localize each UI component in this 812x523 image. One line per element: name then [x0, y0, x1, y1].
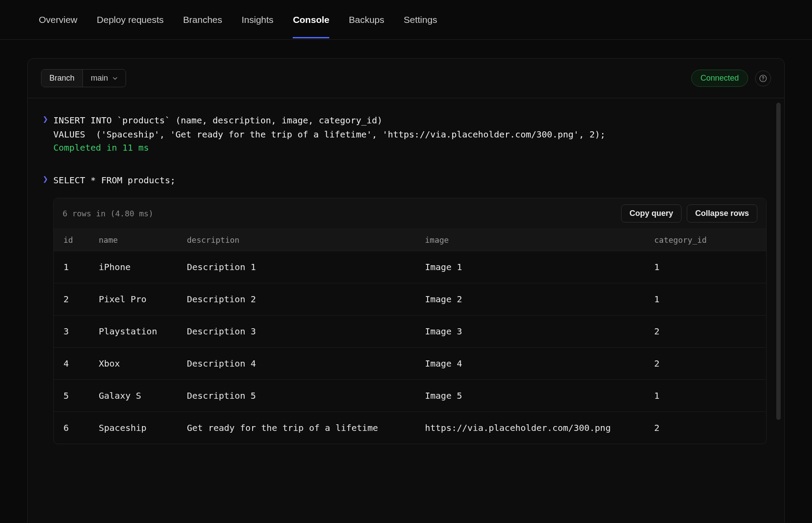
cell-category_id: 1 [654, 294, 734, 304]
query-status: Completed in 11 ms [53, 142, 769, 153]
table-row[interactable]: 4XboxDescription 4Image 42 [54, 347, 766, 379]
cell-image: Image 3 [425, 326, 654, 337]
prompt-caret-icon: ❯ [43, 113, 48, 125]
query-sql[interactable]: SELECT * FROM products; [53, 173, 175, 187]
table-row[interactable]: 6SpaceshipGet ready for the trip of a li… [54, 412, 766, 444]
cell-description: Description 2 [187, 294, 425, 304]
col-name: name [99, 235, 187, 245]
col-category-id: category_id [654, 235, 734, 245]
table-body: 1iPhoneDescription 1Image 112Pixel ProDe… [54, 251, 766, 444]
branch-picker-select[interactable]: main [83, 70, 126, 87]
cell-id: 4 [63, 358, 99, 369]
svg-point-1 [763, 80, 764, 81]
tab-settings[interactable]: Settings [404, 1, 437, 38]
rows-info: 6 rows in (4.80 ms) [63, 209, 153, 218]
tab-branches[interactable]: Branches [183, 1, 222, 38]
copy-query-button[interactable]: Copy query [621, 204, 682, 223]
col-image: image [425, 235, 654, 245]
cell-image: Image 1 [425, 262, 654, 272]
cell-category_id: 2 [654, 358, 734, 369]
panel-header: Branch main Connected [28, 59, 784, 98]
query-sql[interactable]: INSERT INTO `products` (name, descriptio… [53, 113, 605, 141]
tab-backups[interactable]: Backups [349, 1, 384, 38]
cell-category_id: 1 [654, 262, 734, 272]
cell-id: 5 [63, 390, 99, 401]
connection-status: Connected [691, 70, 748, 87]
collapse-rows-button[interactable]: Collapse rows [687, 204, 757, 223]
cell-image: Image 4 [425, 358, 654, 369]
cell-name: Playstation [99, 326, 187, 337]
cell-description: Get ready for the trip of a lifetime [187, 423, 425, 433]
query-block: ❯ SELECT * FROM products; 6 rows in (4.8… [43, 173, 769, 444]
prompt-caret-icon: ❯ [43, 173, 48, 185]
branch-picker-label: Branch [41, 70, 83, 87]
cell-image: Image 5 [425, 390, 654, 401]
col-id: id [63, 235, 99, 245]
col-description: description [187, 235, 425, 245]
chevron-down-icon [112, 76, 118, 81]
cell-name: Pixel Pro [99, 294, 187, 304]
cell-id: 1 [63, 262, 99, 272]
cell-description: Description 5 [187, 390, 425, 401]
help-button[interactable] [755, 70, 771, 86]
tab-console[interactable]: Console [293, 1, 329, 38]
cell-name: Galaxy S [99, 390, 187, 401]
cell-category_id: 2 [654, 326, 734, 337]
cell-category_id: 2 [654, 423, 734, 433]
cell-id: 3 [63, 326, 99, 337]
table-row[interactable]: 1iPhoneDescription 1Image 11 [54, 251, 766, 283]
cell-id: 6 [63, 423, 99, 433]
cell-name: Spaceship [99, 423, 187, 433]
console-panel: Branch main Connected ❯ [27, 58, 785, 523]
tab-deploy-requests[interactable]: Deploy requests [97, 1, 164, 38]
tab-insights[interactable]: Insights [242, 1, 273, 38]
branch-picker-value: main [91, 74, 108, 83]
table-row[interactable]: 3PlaystationDescription 3Image 32 [54, 315, 766, 347]
cell-id: 2 [63, 294, 99, 304]
result-card: 6 rows in (4.80 ms) Copy query Collapse … [53, 198, 767, 444]
table-row[interactable]: 2Pixel ProDescription 2Image 21 [54, 283, 766, 315]
scrollbar-thumb[interactable] [776, 103, 781, 420]
branch-picker: Branch main [41, 69, 126, 87]
query-block: ❯ INSERT INTO `products` (name, descript… [43, 113, 769, 153]
top-nav: Overview Deploy requests Branches Insigh… [0, 0, 812, 40]
cell-description: Description 4 [187, 358, 425, 369]
cell-image: Image 2 [425, 294, 654, 304]
cell-name: Xbox [99, 358, 187, 369]
cell-name: iPhone [99, 262, 187, 272]
table-row[interactable]: 5Galaxy SDescription 5Image 51 [54, 379, 766, 412]
tab-overview[interactable]: Overview [39, 1, 78, 38]
help-icon [759, 74, 767, 82]
table-header: id name description image category_id [54, 229, 766, 251]
cell-description: Description 1 [187, 262, 425, 272]
cell-category_id: 1 [654, 390, 734, 401]
cell-description: Description 3 [187, 326, 425, 337]
cell-image: https://via.placeholder.com/300.png [425, 423, 654, 433]
console-body: ❯ INSERT INTO `products` (name, descript… [28, 98, 784, 523]
